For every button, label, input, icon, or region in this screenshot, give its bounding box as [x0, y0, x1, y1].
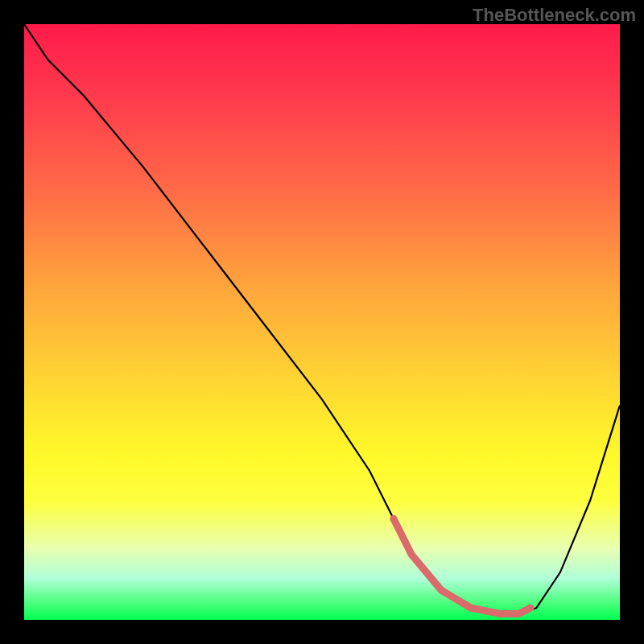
chart-svg: [24, 24, 620, 620]
highlight-curve-path: [394, 518, 530, 613]
watermark-text: TheBottleneck.com: [473, 5, 636, 26]
chart-plot-area: [24, 24, 620, 620]
main-curve-path: [24, 24, 620, 614]
